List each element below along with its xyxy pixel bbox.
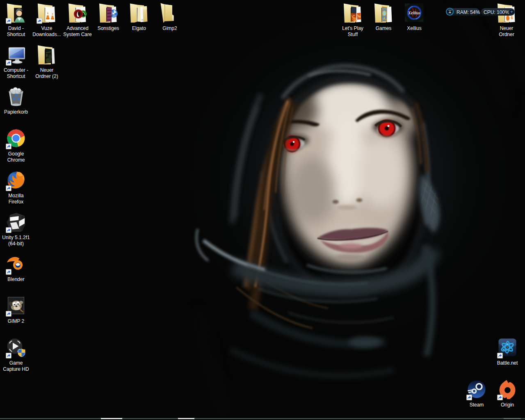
svg-text:Xellius: Xellius: [408, 11, 420, 15]
